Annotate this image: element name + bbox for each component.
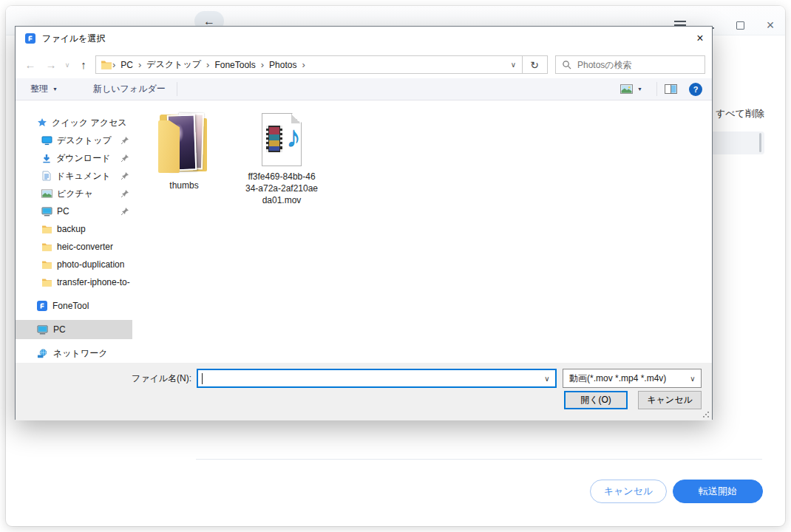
- pin-icon: [120, 136, 129, 145]
- new-folder-button[interactable]: 新しいフォルダー: [93, 78, 166, 100]
- folder-icon: [101, 60, 112, 69]
- nav-up-button[interactable]: ↑: [75, 55, 92, 74]
- sidebar-item-quick-access[interactable]: クイック アクセス: [16, 114, 132, 132]
- refresh-icon: ↻: [530, 59, 539, 71]
- close-icon: ×: [696, 32, 703, 45]
- dropdown-caret-icon: ▼: [52, 86, 58, 92]
- pin-icon: [120, 171, 129, 180]
- folder-icon: [41, 242, 52, 251]
- music-note-icon: ♪: [286, 120, 301, 153]
- maximize-icon: [736, 21, 744, 30]
- file-tile-mov[interactable]: ♪ ff3fe469-84bb-46 34-a72a-2af210ae da01…: [223, 113, 341, 206]
- delete-all-link[interactable]: すべて削除: [716, 107, 764, 120]
- pin-icon: [120, 154, 129, 163]
- help-button[interactable]: ?: [689, 78, 702, 100]
- dialog-toolbar: 整理 ▼ 新しいフォルダー ▼: [16, 78, 712, 100]
- nav-forward-button[interactable]: →: [42, 55, 60, 74]
- dialog-title-bar: ファイルを選択 ×: [16, 27, 712, 50]
- filetype-select[interactable]: 動画(*.mov *.mp4 *.m4v) ∨: [563, 369, 702, 388]
- filename-input[interactable]: [203, 370, 539, 386]
- sidebar-item-pc[interactable]: PC: [16, 320, 132, 339]
- network-icon: [37, 349, 48, 358]
- sidebar-item-documents[interactable]: ドキュメント: [16, 167, 132, 185]
- chevron-down-icon[interactable]: ∨: [539, 375, 555, 383]
- pin-icon: [120, 207, 129, 216]
- scrollbar-thumb[interactable]: [759, 133, 761, 152]
- app-close-button[interactable]: ×: [761, 16, 779, 34]
- sidebar-item-network[interactable]: ネットワーク: [16, 344, 132, 362]
- sidebar-item-desktop[interactable]: デスクトップ: [16, 132, 132, 149]
- toolbar-divider: [656, 82, 657, 96]
- filmstrip-icon: [266, 126, 282, 152]
- address-dropdown-icon[interactable]: ∨: [511, 61, 516, 69]
- address-bar[interactable]: › PC › デスクトップ › FoneTools › Photos › ∨: [95, 55, 523, 74]
- fonetool-logo-icon: [25, 33, 35, 44]
- document-icon: [42, 171, 51, 181]
- folder-icon: [41, 260, 52, 269]
- pin-icon: [120, 189, 129, 198]
- chevron-down-icon: ∨: [685, 375, 701, 383]
- nav-history-dropdown[interactable]: ∨: [61, 55, 73, 74]
- transfer-cancel-button[interactable]: キャンセル: [590, 480, 667, 503]
- breadcrumb-separator: ›: [302, 59, 305, 70]
- sidebar-item-fonetool[interactable]: FoneTool: [16, 297, 132, 315]
- up-arrow-icon: ↑: [81, 58, 86, 71]
- folder-icon: [41, 225, 52, 233]
- filetype-value: 動画(*.mov *.mp4 *.m4v): [569, 372, 685, 385]
- sidebar-item-pictures[interactable]: ピクチャ: [16, 185, 132, 202]
- preview-pane-button[interactable]: [665, 78, 677, 100]
- folder-thumbnail-icon: [158, 112, 210, 174]
- forward-arrow-icon: →: [46, 58, 57, 71]
- file-name: ff3fe469-84bb-46 34-a72a-2af210ae da01.m…: [223, 171, 341, 206]
- footer-divider: [196, 459, 762, 460]
- help-icon: ?: [689, 83, 702, 96]
- file-name: thumbs: [158, 180, 210, 191]
- nav-back-button[interactable]: ←: [21, 55, 39, 74]
- filename-combobox[interactable]: ∨: [197, 369, 557, 388]
- organize-button[interactable]: 整理 ▼: [30, 78, 58, 100]
- pc-icon: [41, 207, 52, 216]
- search-field[interactable]: [555, 55, 705, 74]
- breadcrumb-photos[interactable]: Photos: [264, 60, 302, 70]
- refresh-button[interactable]: ↻: [522, 55, 548, 74]
- search-icon: [562, 60, 571, 69]
- sidebar-item-backup[interactable]: backup: [16, 220, 132, 238]
- folder-icon: [41, 278, 52, 287]
- file-tile-thumbs[interactable]: thumbs: [158, 112, 210, 191]
- chevron-down-icon: ∨: [65, 61, 70, 69]
- desktop-icon: [41, 136, 52, 146]
- open-button[interactable]: 開く(O): [564, 391, 628, 409]
- search-input[interactable]: [577, 60, 688, 70]
- sidebar-item-pc-quick[interactable]: PC: [16, 202, 132, 220]
- dropdown-caret-icon: ▼: [637, 86, 642, 92]
- dialog-footer: ファイル名(N): ∨ 動画(*.mov *.mp4 *.m4v) ∨ 開く(O…: [16, 363, 712, 420]
- breadcrumb-pc[interactable]: PC: [115, 60, 138, 70]
- sidebar-item-photo-duplication[interactable]: photo-duplication: [16, 256, 132, 273]
- sidebar-item-transfer-iphone[interactable]: transfer-iphone-to-: [16, 273, 132, 291]
- screen: ← × すべて削除 キャンセル 転送開始: [0, 0, 791, 532]
- toolbar-divider: [177, 82, 177, 96]
- preview-pane-icon: [665, 84, 677, 94]
- transfer-start-button[interactable]: 転送開始: [673, 480, 763, 503]
- filename-label: ファイル名(N):: [44, 369, 191, 388]
- star-icon: [37, 117, 47, 128]
- dialog-content: クイック アクセス デスクトップ ダウンロード: [16, 100, 712, 363]
- file-picker-dialog: ファイルを選択 × ← → ∨ ↑: [15, 26, 713, 420]
- sidebar-item-heic-converter[interactable]: heic-converter: [16, 238, 132, 256]
- download-icon: [41, 154, 52, 163]
- close-icon: ×: [767, 18, 775, 32]
- maximize-button[interactable]: [731, 16, 749, 34]
- dialog-close-button[interactable]: ×: [687, 27, 713, 50]
- resize-grip[interactable]: [702, 411, 710, 418]
- pc-icon: [37, 325, 48, 335]
- view-mode-button[interactable]: ▼: [620, 78, 642, 100]
- breadcrumb-fonetools[interactable]: FoneTools: [209, 60, 260, 70]
- dialog-cancel-button[interactable]: キャンセル: [638, 391, 702, 409]
- back-arrow-icon: ←: [25, 58, 36, 71]
- sidebar-item-downloads[interactable]: ダウンロード: [16, 149, 132, 167]
- breadcrumb-desktop[interactable]: デスクトップ: [141, 58, 206, 71]
- thumbnail-view-icon: [620, 84, 633, 94]
- video-file-icon: ♪: [262, 113, 302, 166]
- dialog-title: ファイルを選択: [42, 27, 105, 50]
- pictures-icon: [41, 189, 52, 198]
